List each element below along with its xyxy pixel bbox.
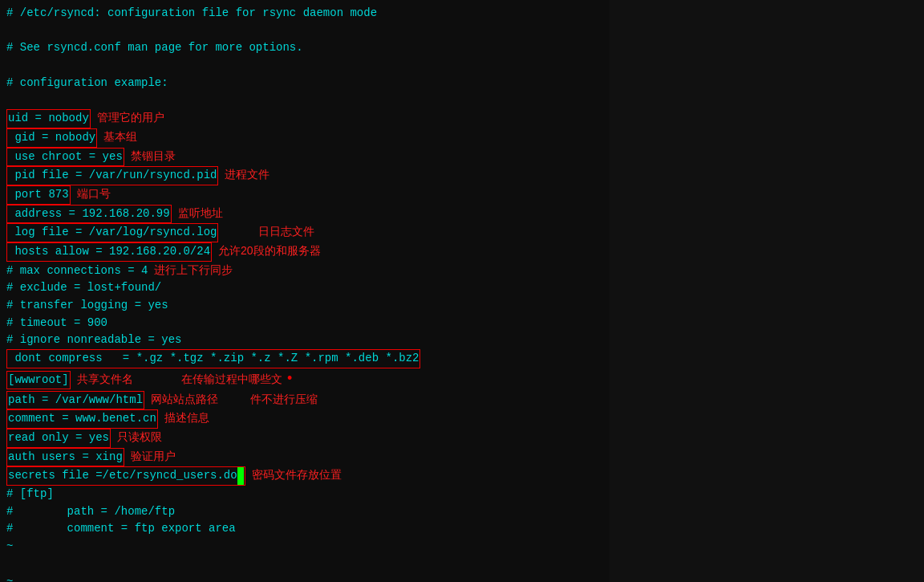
empty-line <box>6 92 603 109</box>
code-text: # transfer logging = yes <box>6 297 168 315</box>
port-highlight: port 873 <box>6 185 71 205</box>
line-ftp-comment: # [ftp] <box>6 486 603 503</box>
line-logfile: log file = /var/log/rsyncd.log 日日志文件 <box>6 223 603 242</box>
line-tilde2: ~ <box>6 573 603 582</box>
logfile-annotation: 日日志文件 <box>258 223 314 241</box>
line-comment: comment = www.benet.cn 描述信息 <box>6 409 603 429</box>
code-text: # path = /home/ftp <box>6 503 175 521</box>
code-text: # configuration example: <box>6 75 168 92</box>
line-maxconn: # max connections = 4 进行上下行同步 <box>6 262 603 280</box>
port-annotation: 端口号 <box>77 185 111 203</box>
readonly-highlight: read only = yes <box>6 429 111 448</box>
uid-annotation: 管理它的用户 <box>97 109 164 127</box>
code-text: # max connections = 4 <box>6 263 148 280</box>
terminal-window: # /etc/rsyncd: configuration file for rs… <box>0 0 610 582</box>
line-port: port 873 端口号 <box>6 185 603 205</box>
code-text: # exclude = lost+found/ <box>6 279 161 297</box>
wwwroot-highlight: [wwwroot] <box>6 371 71 390</box>
path-right-annotation: 件不进行压缩 <box>250 391 318 409</box>
line-3: # configuration example: <box>6 75 603 92</box>
pid-annotation: 进程文件 <box>225 166 270 184</box>
readonly-annotation: 只读权限 <box>117 429 162 446</box>
maxconn-annotation: 进行上下行同步 <box>154 262 233 279</box>
authusers-highlight: auth users = xing <box>6 448 124 467</box>
secrets-highlight: secrets file =/etc/rsyncd_users.do <box>6 466 245 486</box>
line-exclude: # exclude = lost+found/ <box>6 279 603 297</box>
line-authusers: auth users = xing 验证用户 <box>6 448 603 467</box>
comment-highlight: comment = www.benet.cn <box>6 409 158 429</box>
cursor <box>237 467 244 485</box>
empty-line <box>6 556 603 573</box>
wwwroot-right-annotation: 在传输过程中哪些文 <box>181 371 282 389</box>
line-2: # See rsyncd.conf man page for more opti… <box>6 39 603 57</box>
tilde-char: ~ <box>6 538 13 556</box>
line-readonly: read only = yes 只读权限 <box>6 429 603 448</box>
address-highlight: address = 192.168.20.99 <box>6 205 172 224</box>
hosts-annotation: 允许20段的和服务器 <box>218 242 321 260</box>
line-pid: pid file = /var/run/rsyncd.pid 进程文件 <box>6 166 603 185</box>
tilde-char: ~ <box>6 573 13 582</box>
compress-highlight: dont compress = *.gz *.tgz *.zip *.z *.Z… <box>6 349 420 368</box>
gid-highlight: gid = nobody <box>6 128 97 148</box>
pid-highlight: pid file = /var/run/rsyncd.pid <box>6 166 218 185</box>
address-annotation: 监听地址 <box>178 205 223 222</box>
chroot-annotation: 禁锢目录 <box>131 148 176 165</box>
uid-highlight: uid = nobody <box>6 109 91 128</box>
wwwroot-annotation: 共享文件名 <box>77 371 133 389</box>
code-text: # comment = ftp export area <box>6 520 236 538</box>
authusers-annotation: 验证用户 <box>131 448 176 466</box>
line-1: # /etc/rsyncd: configuration file for rs… <box>6 5 603 22</box>
line-compress: dont compress = *.gz *.tgz *.zip *.z *.Z… <box>6 349 603 368</box>
hosts-highlight: hosts allow = 192.168.20.0/24 <box>6 242 212 262</box>
line-gid: gid = nobody 基本组 <box>6 128 603 148</box>
right-panel <box>610 0 924 582</box>
empty-line <box>6 57 603 75</box>
path-highlight: path = /var/www/html <box>6 391 144 410</box>
code-text: # ignore nonreadable = yes <box>6 332 181 349</box>
code-text: # See rsyncd.conf man page for more opti… <box>6 39 303 57</box>
path-annotation: 网站站点路径 <box>151 391 218 409</box>
secrets-annotation: 密码文件存放位置 <box>252 466 342 484</box>
comment-annotation: 描述信息 <box>164 409 209 427</box>
line-timeout: # timeout = 900 <box>6 315 603 332</box>
line-address: address = 192.168.20.99 监听地址 <box>6 205 603 224</box>
line-tilde1: ~ <box>6 538 603 556</box>
line-hosts: hosts allow = 192.168.20.0/24 允许20段的和服务器 <box>6 242 603 262</box>
line-transfer: # transfer logging = yes <box>6 297 603 315</box>
code-text: # timeout = 900 <box>6 315 107 332</box>
code-text: # /etc/rsyncd: configuration file for rs… <box>6 5 377 22</box>
line-secrets: secrets file =/etc/rsyncd_users.do 密码文件存… <box>6 466 603 486</box>
logfile-highlight: log file = /var/log/rsyncd.log <box>6 223 218 242</box>
line-path: path = /var/www/html 网站站点路径 件不进行压缩 <box>6 391 603 410</box>
code-text: # [ftp] <box>6 486 54 503</box>
chroot-highlight: use chroot = yes <box>6 148 124 167</box>
gid-annotation: 基本组 <box>103 128 137 146</box>
line-uid: uid = nobody 管理它的用户 <box>6 109 603 128</box>
line-ftp-comment2: # comment = ftp export area <box>6 520 603 538</box>
line-ftp-path: # path = /home/ftp <box>6 503 603 521</box>
line-ignore: # ignore nonreadable = yes <box>6 332 603 349</box>
line-wwwroot: [wwwroot] 共享文件名 在传输过程中哪些文 • <box>6 368 603 391</box>
line-chroot: use chroot = yes 禁锢目录 <box>6 148 603 167</box>
dot-decoration: • <box>286 368 294 391</box>
empty-line <box>6 22 603 40</box>
